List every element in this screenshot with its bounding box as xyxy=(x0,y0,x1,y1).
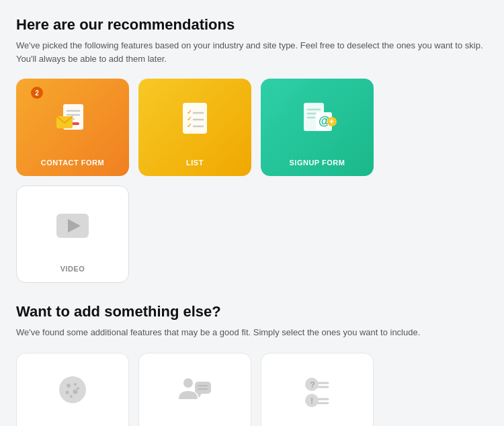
video-icon-area xyxy=(17,186,128,265)
chat-icon-area xyxy=(139,353,251,427)
contact-form-icon xyxy=(51,97,94,140)
svg-text:+: + xyxy=(329,117,334,126)
recommendations-section: Here are our recommendations We've picke… xyxy=(16,16,488,283)
card-chat[interactable]: CHAT xyxy=(138,353,251,427)
recommendations-title: Here are our recommendations xyxy=(16,16,488,34)
signup-form-icon-area: @ + xyxy=(261,79,374,159)
card-contact-form[interactable]: 2 CONTACT FORM xyxy=(16,79,129,176)
svg-point-29 xyxy=(77,387,79,390)
card-faq[interactable]: ? ! FAQ xyxy=(261,353,374,427)
additional-description: We've found some additional features tha… xyxy=(16,326,488,339)
svg-marker-34 xyxy=(198,394,202,398)
svg-rect-31 xyxy=(195,382,211,394)
signup-form-label: SIGNUP FORM xyxy=(290,159,345,167)
svg-point-26 xyxy=(66,391,69,394)
card-signup-form[interactable]: @ + SIGNUP FORM xyxy=(261,79,374,176)
additional-title: Want to add something else? xyxy=(16,303,488,321)
faq-icon-area: ? ! xyxy=(261,353,373,427)
contact-form-label: CONTACT FORM xyxy=(41,159,104,167)
list-label: LIST xyxy=(186,159,204,167)
svg-text:✓: ✓ xyxy=(187,116,192,122)
video-label: VIDEO xyxy=(60,265,85,273)
svg-point-23 xyxy=(59,376,86,403)
card-list[interactable]: ✓ ✓ ✓ LIST xyxy=(138,79,251,176)
svg-text:✓: ✓ xyxy=(187,122,192,129)
svg-text:?: ? xyxy=(310,380,315,390)
video-icon xyxy=(51,204,94,247)
svg-point-24 xyxy=(67,384,71,388)
recommendations-description: We've picked the following features base… xyxy=(16,39,488,65)
additional-cards: COOKIE BANNER CHAT xyxy=(16,353,488,427)
faq-icon: ? ! xyxy=(296,371,339,414)
svg-text:✓: ✓ xyxy=(187,109,192,116)
signup-form-icon: @ + xyxy=(296,97,339,140)
additional-section: Want to add something else? We've found … xyxy=(16,303,488,426)
svg-point-28 xyxy=(70,395,73,398)
svg-text:!: ! xyxy=(310,396,313,406)
cookie-banner-icon-area xyxy=(17,353,128,427)
list-icon: ✓ ✓ ✓ xyxy=(173,97,216,140)
svg-point-25 xyxy=(74,383,77,386)
chat-icon xyxy=(173,371,216,414)
contact-form-badge: 2 xyxy=(31,87,43,99)
recommendations-cards: 2 CONTACT FORM xyxy=(16,79,488,283)
svg-point-30 xyxy=(183,378,193,388)
card-video[interactable]: VIDEO xyxy=(16,185,129,283)
list-icon-area: ✓ ✓ ✓ xyxy=(138,79,251,159)
svg-point-27 xyxy=(73,390,78,394)
cookie-banner-icon xyxy=(51,371,94,414)
card-cookie-banner[interactable]: COOKIE BANNER xyxy=(16,353,129,427)
